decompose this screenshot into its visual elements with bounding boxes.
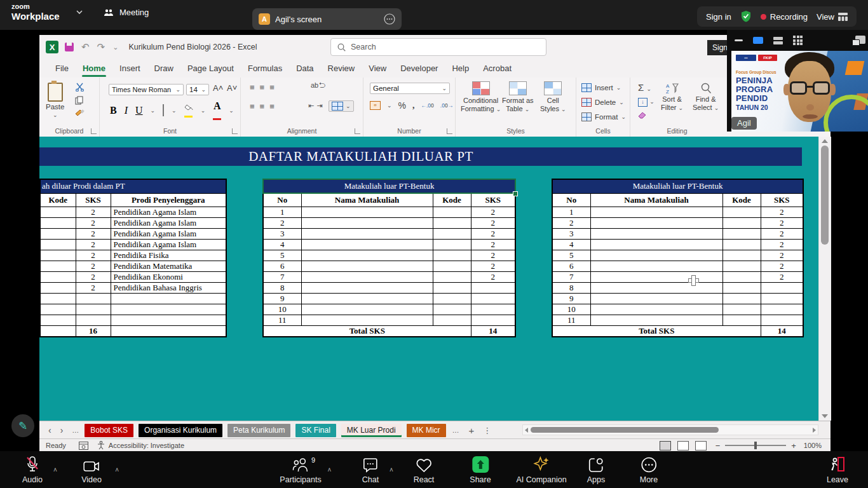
percent-style-button[interactable]: %	[398, 100, 406, 111]
cell[interactable]: 2	[761, 207, 803, 217]
cell[interactable]	[433, 304, 471, 315]
sheet-tab-bobot-sks[interactable]: Bobot SKS	[85, 424, 133, 437]
cell[interactable]: 2	[76, 250, 111, 261]
column-header-nama-matakuliah[interactable]: Nama Matakuliah	[590, 193, 722, 207]
scroll-right-arrow-icon[interactable]	[813, 428, 816, 433]
menu-tab-data[interactable]: Data	[289, 60, 320, 78]
alignment-dialog-launcher[interactable]	[355, 128, 360, 134]
cell[interactable]	[433, 250, 471, 261]
scroll-down-arrow-icon[interactable]	[822, 414, 828, 418]
cell[interactable]	[301, 315, 433, 325]
italic-button[interactable]: I	[125, 105, 128, 116]
cell[interactable]	[722, 315, 761, 325]
cell[interactable]	[301, 217, 433, 228]
cell[interactable]	[40, 315, 76, 325]
screen-tab-options-icon[interactable]	[384, 13, 395, 25]
fill-button[interactable]: ↓ ⌄	[638, 97, 654, 107]
new-sheet-button[interactable]: +	[469, 425, 475, 436]
search-input[interactable]: Search	[330, 38, 546, 56]
column-header-kode[interactable]: Kode	[433, 193, 471, 207]
decrease-decimal-button[interactable]: .00→	[440, 102, 453, 109]
menu-tab-draw[interactable]: Draw	[147, 60, 180, 78]
cell[interactable]	[40, 228, 76, 239]
cell[interactable]	[433, 293, 471, 304]
cell[interactable]: 2	[761, 239, 803, 250]
cell[interactable]	[433, 315, 471, 325]
active-speaker-view-icon[interactable]	[753, 37, 763, 44]
sheet-main-title[interactable]: DAFTAR MATAKULIAH DILUAR PT	[39, 147, 802, 166]
cell[interactable]	[722, 207, 761, 217]
sheet-tab-organisasi-kurikulum[interactable]: Organisasi Kurikulum	[139, 424, 222, 437]
cell[interactable]	[433, 207, 471, 217]
sheet-nav-right-icon[interactable]: ›	[60, 425, 64, 435]
menu-tab-developer[interactable]: Developer	[393, 60, 445, 78]
cell[interactable]	[722, 271, 761, 282]
zoom-out-button[interactable]: −	[715, 441, 721, 451]
menu-tab-acrobat[interactable]: Acrobat	[476, 60, 519, 78]
table-title[interactable]: ah diluar Prodi dalam PT	[40, 179, 226, 193]
sheet-tab-mk-micr[interactable]: MK Micr	[407, 424, 446, 437]
cell[interactable]	[722, 239, 761, 250]
cell[interactable]: 2	[76, 261, 111, 271]
cell[interactable]	[40, 217, 76, 228]
sheet-tab-sk-final[interactable]: SK Final	[295, 424, 336, 437]
cell[interactable]	[590, 250, 722, 261]
conditional-formatting-button[interactable]: ConditionalFormatting ⌄	[461, 81, 501, 112]
cell[interactable]: 2	[471, 271, 515, 282]
worksheet-area[interactable]: DAFTAR MATAKULIAH DILUAR PT ah diluar Pr…	[39, 137, 818, 421]
cell[interactable]	[761, 282, 803, 293]
menu-tab-page-layout[interactable]: Page Layout	[180, 60, 241, 78]
cell[interactable]	[590, 261, 722, 271]
find-select-button[interactable]: Find &Select ⌄	[693, 83, 719, 111]
font-name-select[interactable]: Times New Roman⌄	[109, 84, 184, 95]
cell[interactable]: 2	[761, 250, 803, 261]
cell[interactable]	[301, 282, 433, 293]
zoom-slider-knob[interactable]	[754, 442, 757, 449]
leave-button[interactable]: Leave	[827, 456, 848, 484]
shrink-font-button[interactable]: A˅	[227, 83, 237, 93]
bold-button[interactable]: B	[110, 105, 117, 116]
cell[interactable]	[301, 207, 433, 217]
cell[interactable]: 5	[552, 250, 590, 261]
cell[interactable]: 9	[263, 293, 301, 304]
total-label-cell[interactable]: Total SKS	[552, 325, 761, 337]
cell[interactable]	[40, 207, 76, 217]
normal-view-button[interactable]	[660, 441, 671, 451]
video-chevron-icon[interactable]: ˄	[115, 466, 119, 473]
cell[interactable]: 2	[76, 271, 111, 282]
cell[interactable]: 2	[471, 250, 515, 261]
cell[interactable]: Pendidika Fisika	[111, 250, 226, 261]
cell[interactable]: 2	[761, 271, 803, 282]
column-header-prodi-penyelenggara[interactable]: Prodi Penyelenggara	[111, 193, 226, 207]
zoom-percentage[interactable]: 100%	[804, 442, 822, 449]
cell[interactable]	[590, 239, 722, 250]
cell[interactable]: 1	[552, 207, 590, 217]
horizontal-scroll-thumb[interactable]	[531, 427, 719, 433]
column-header-sks[interactable]: SKS	[761, 193, 803, 207]
vertical-align-icons[interactable]: ≡≡≡	[250, 83, 280, 92]
cell[interactable]: 8	[263, 282, 301, 293]
total-sks-cell[interactable]: 16	[76, 325, 111, 337]
cell[interactable]	[590, 293, 722, 304]
more-button[interactable]: More	[640, 456, 658, 484]
zoom-slider[interactable]	[725, 445, 786, 446]
format-as-table-button[interactable]: Format asTable ⌄	[502, 81, 534, 112]
total-label-cell[interactable]: Total SKS	[263, 325, 471, 337]
column-header-kode[interactable]: Kode	[40, 193, 76, 207]
copy-icon[interactable]	[75, 96, 84, 105]
clear-button[interactable]	[638, 111, 647, 119]
cell[interactable]	[433, 239, 471, 250]
wrap-text-icon[interactable]: ab⮌	[311, 81, 325, 89]
cell[interactable]	[40, 239, 76, 250]
cell[interactable]	[433, 217, 471, 228]
cell[interactable]: 1	[263, 207, 301, 217]
cell[interactable]	[471, 304, 515, 315]
accounting-format-icon[interactable]: ¤	[370, 101, 381, 110]
audio-button[interactable]: Audio ˄	[22, 456, 43, 484]
security-shield-icon[interactable]	[740, 10, 752, 23]
view-button[interactable]: View	[817, 12, 848, 22]
cell[interactable]: Pendidikan Agama Islam	[111, 207, 226, 217]
cell[interactable]: 5	[263, 250, 301, 261]
format-cells-button[interactable]: Format⌄	[581, 112, 626, 121]
column-header-nama-matakuliah[interactable]: Nama Matakuliah	[301, 193, 433, 207]
